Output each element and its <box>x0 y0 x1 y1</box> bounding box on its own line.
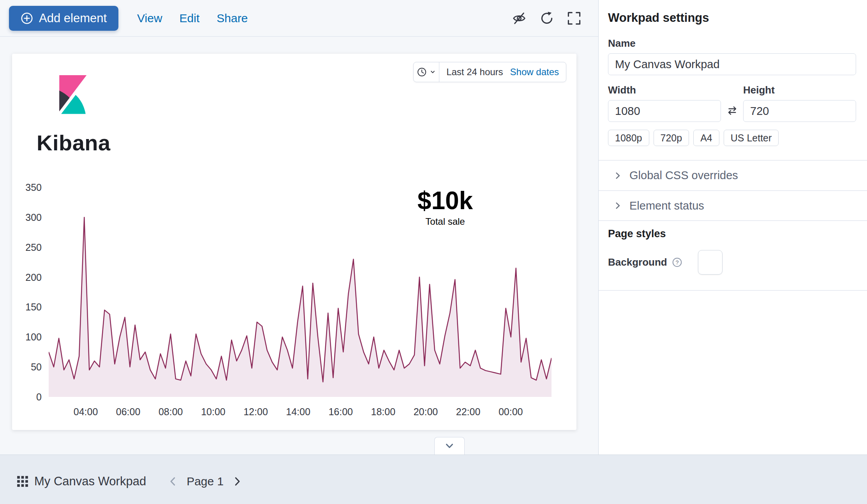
settings-accordions: Global CSS overrides Element status <box>599 160 867 221</box>
x-tick-label: 16:00 <box>328 406 353 418</box>
size-presets-row: 1080p 720p A4 US Letter <box>608 130 856 146</box>
editor-area: Add element View Edit Share <box>0 0 598 455</box>
page-manager-bar: My Canvas Workpad Page 1 <box>0 455 867 504</box>
area-chart <box>49 187 552 397</box>
refresh-button[interactable] <box>538 10 555 27</box>
preset-720p-button[interactable]: 720p <box>654 130 689 146</box>
y-tick-label: 50 <box>12 361 42 373</box>
toolbar-menu: View Edit Share <box>129 12 256 25</box>
app-root: { "toolbar": { "add_element_label": "Add… <box>0 0 867 504</box>
x-tick-label: 06:00 <box>116 406 141 418</box>
chevron-right-icon <box>613 171 622 180</box>
time-filter-element: Last 24 hours Show dates <box>413 62 566 82</box>
y-tick-label: 300 <box>12 211 42 224</box>
y-tick-label: 150 <box>12 301 42 313</box>
width-field-group: Width <box>608 84 721 122</box>
grid-icon <box>17 476 28 487</box>
next-page-button[interactable] <box>229 476 245 487</box>
accordion-label: Global CSS overrides <box>629 169 738 182</box>
previous-page-button[interactable] <box>165 476 181 487</box>
height-field-label: Height <box>743 84 856 96</box>
hide-editing-controls-button[interactable] <box>510 9 528 27</box>
preset-1080p-button[interactable]: 1080p <box>608 130 649 146</box>
chevron-left-icon <box>167 476 179 487</box>
y-tick-label: 0 <box>12 391 42 403</box>
share-menu-button[interactable]: Share <box>208 12 256 25</box>
chevron-right-icon <box>613 201 622 210</box>
height-input[interactable] <box>743 100 856 122</box>
kibana-wordmark: Kibana <box>37 130 111 155</box>
workpad-page: Kibana Last 24 hours Show dates $10k Tot… <box>12 54 576 430</box>
show-dates-button[interactable]: Show dates <box>510 67 566 78</box>
chevron-right-icon <box>231 476 243 487</box>
preset-a4-button[interactable]: A4 <box>693 130 719 146</box>
accordion-label: Element status <box>629 199 704 212</box>
x-axis: 04:0006:0008:0010:0012:0014:0016:0018:00… <box>49 406 552 422</box>
add-element-label: Add element <box>39 11 107 25</box>
page-styles-title: Page styles <box>608 228 856 240</box>
background-color-swatch[interactable] <box>698 250 722 275</box>
name-field-group: Name <box>608 37 856 75</box>
y-tick-label: 350 <box>12 181 42 194</box>
global-css-overrides-accordion[interactable]: Global CSS overrides <box>599 160 867 190</box>
workpad-name-input[interactable] <box>608 53 856 75</box>
workpad-name-button[interactable]: My Canvas Workpad <box>17 474 146 488</box>
time-quick-select-button[interactable] <box>414 62 439 82</box>
clock-icon <box>417 67 427 77</box>
refresh-icon <box>540 11 554 25</box>
footer-row: My Canvas Workpad Page 1 <box>17 472 867 491</box>
x-tick-label: 20:00 <box>414 406 438 418</box>
width-input[interactable] <box>608 100 721 122</box>
add-element-button[interactable]: Add element <box>9 6 118 31</box>
view-menu-button[interactable]: View <box>129 12 171 25</box>
height-field-group: Height <box>743 84 856 122</box>
canvas-area: Kibana Last 24 hours Show dates $10k Tot… <box>0 37 598 455</box>
toolbar-icon-group <box>510 9 583 27</box>
y-tick-label: 250 <box>12 241 42 254</box>
x-tick-label: 04:00 <box>74 406 98 418</box>
kibana-logo-element[interactable]: Kibana <box>37 73 130 159</box>
fullscreen-button[interactable] <box>566 10 583 27</box>
svg-text:?: ? <box>675 259 678 266</box>
caret-down-icon <box>429 69 436 76</box>
background-row: Background ? <box>608 250 856 275</box>
x-tick-label: 22:00 <box>456 406 481 418</box>
x-tick-label: 00:00 <box>499 406 523 418</box>
background-label: Background <box>608 256 667 268</box>
y-tick-label: 100 <box>12 331 42 343</box>
x-tick-label: 12:00 <box>243 406 268 418</box>
x-tick-label: 14:00 <box>286 406 310 418</box>
swap-dimensions-icon <box>721 105 743 122</box>
x-tick-label: 18:00 <box>371 406 395 418</box>
plus-in-circle-icon <box>21 12 33 25</box>
footer-workpad-name: My Canvas Workpad <box>34 474 146 488</box>
name-field-label: Name <box>608 37 856 49</box>
question-in-circle-icon[interactable]: ? <box>672 257 682 268</box>
x-tick-label: 10:00 <box>201 406 226 418</box>
kibana-logo-icon <box>55 75 90 115</box>
fullscreen-icon <box>567 11 581 25</box>
time-range-display[interactable]: Last 24 hours <box>439 67 510 78</box>
page-label: Page 1 <box>187 475 224 488</box>
x-tick-label: 08:00 <box>159 406 183 418</box>
area-chart-element[interactable]: 050100150200250300350 04:0006:0008:0010:… <box>12 187 576 437</box>
edit-menu-button[interactable]: Edit <box>171 12 208 25</box>
workpad-settings-panel: Workpad settings Name Width Height 1080p… <box>598 0 867 455</box>
divider <box>599 290 867 291</box>
element-status-accordion[interactable]: Element status <box>599 190 867 221</box>
collapse-page-tray-button[interactable] <box>434 437 465 455</box>
settings-title: Workpad settings <box>608 11 856 25</box>
y-axis: 050100150200250300350 <box>12 187 42 397</box>
chevron-down-icon <box>444 440 455 452</box>
dimensions-row: Width Height <box>608 84 856 122</box>
y-tick-label: 200 <box>12 271 42 284</box>
eye-closed-icon <box>512 11 527 26</box>
top-toolbar: Add element View Edit Share <box>0 0 598 37</box>
width-field-label: Width <box>608 84 721 96</box>
preset-us-letter-button[interactable]: US Letter <box>724 130 779 146</box>
